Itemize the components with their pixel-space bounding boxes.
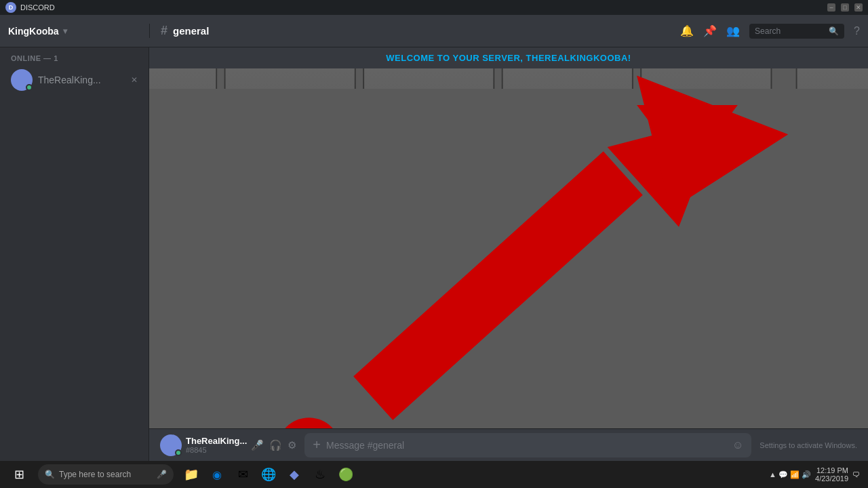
close-icon[interactable]: ✕ <box>131 75 138 85</box>
profile-icons: 🎤 🎧 ⚙ <box>251 439 296 451</box>
input-actions: ☺ <box>732 439 743 451</box>
minimize-button[interactable]: – <box>827 3 835 12</box>
maximize-button[interactable]: □ <box>841 3 849 12</box>
windows-activation-notice: Settings to activate Windows. <box>760 441 857 449</box>
taskbar-app-files[interactable]: 📁 <box>179 462 203 487</box>
status-dot <box>26 84 33 91</box>
taskbar-app-discord[interactable]: ◆ <box>282 462 307 487</box>
keyboard-display: 8 F9 F10 F11 F12 <box>149 68 868 461</box>
welcome-banner: WELCOME TO YOUR SERVER, THEREALKINGKOOBA… <box>149 47 868 68</box>
extra-icon: 🟢 <box>338 467 353 482</box>
taskbar-time: 12:19 PM 4/23/2019 <box>815 466 848 483</box>
question-icon[interactable]: ? <box>854 25 860 37</box>
message-placeholder: Message #general <box>326 440 404 451</box>
profile-name: TheRealKing... <box>186 436 247 446</box>
chrome-icon: 🌐 <box>261 467 276 482</box>
taskbar-apps: 📁 ◉ ✉ 🌐 ◆ ♨ 🟢 <box>179 462 358 487</box>
taskbar-search[interactable]: 🔍 Type here to search 🎤 <box>38 464 174 485</box>
taskbar-app-mail[interactable]: ✉ <box>231 462 255 487</box>
edge-icon: ◉ <box>212 468 222 481</box>
server-name-label: KingKooba <box>8 26 59 37</box>
status-dot <box>175 449 182 456</box>
channel-name-label: general <box>173 25 209 37</box>
title-bar-left: D DISCORD <box>5 2 55 13</box>
taskbar-right: ▲ 💬 📶 🔊 12:19 PM 4/23/2019 🗨 <box>769 466 865 483</box>
user-info: TheRealKing... <box>38 75 101 85</box>
server-name[interactable]: KingKooba ▾ <box>0 26 149 37</box>
deafen-icon[interactable]: 🎧 <box>269 439 282 451</box>
taskbar-app-edge[interactable]: ◉ <box>205 462 229 487</box>
taskbar-app-chrome[interactable]: 🌐 <box>256 462 281 487</box>
avatar <box>160 434 182 456</box>
file-explorer-icon: 📁 <box>184 467 199 482</box>
notification-icon[interactable]: 🗨 <box>852 470 860 479</box>
time-label: 12:19 PM <box>815 466 848 474</box>
taskbar-app-steam[interactable]: ♨ <box>308 462 332 487</box>
title-bar: D DISCORD – □ ✕ <box>0 0 868 15</box>
user-profile: TheRealKing... #8845 🎤 🎧 ⚙ <box>160 434 296 456</box>
channel-header: # general <box>149 24 672 38</box>
pin-icon[interactable]: 📌 <box>703 24 717 37</box>
mail-icon: ✉ <box>238 467 248 482</box>
mute-icon[interactable]: 🎤 <box>251 439 264 451</box>
system-tray-icons: ▲ 💬 📶 🔊 <box>769 470 811 479</box>
members-icon[interactable]: 👥 <box>726 24 740 37</box>
chevron-down-icon: ▾ <box>63 26 67 36</box>
search-bar[interactable]: Search 🔍 <box>749 24 844 39</box>
keyboard-background <box>149 89 868 461</box>
main-content: ONLINE — 1 TheRealKing... ✕ WELCOME TO Y… <box>0 47 868 461</box>
steam-icon: ♨ <box>315 467 326 482</box>
message-input[interactable]: + Message #general ☺ <box>304 433 751 458</box>
windows-taskbar: ⊞ 🔍 Type here to search 🎤 📁 ◉ ✉ 🌐 ◆ ♨ 🟢 … <box>0 461 868 488</box>
search-placeholder: Search <box>755 26 781 36</box>
search-icon: 🔍 <box>45 470 55 479</box>
title-bar-controls: – □ ✕ <box>827 3 863 12</box>
bottom-bar: TheRealKing... #8845 🎤 🎧 ⚙ + Message #ge… <box>149 428 868 461</box>
mic-icon: 🎤 <box>157 470 167 479</box>
discord-icon: ◆ <box>290 467 299 482</box>
close-button[interactable]: ✕ <box>854 3 863 12</box>
header-actions: 🔔 📌 👥 Search 🔍 ? <box>672 24 868 39</box>
date-label: 4/23/2019 <box>815 474 848 483</box>
list-item[interactable]: TheRealKing... ✕ <box>5 66 143 94</box>
search-icon: 🔍 <box>829 26 839 36</box>
settings-text: Settings to activate Windows. <box>760 441 857 449</box>
discord-top-bar: KingKooba ▾ # general 🔔 📌 👥 Search 🔍 ? <box>0 15 868 47</box>
add-icon[interactable]: + <box>313 437 321 453</box>
taskbar-app-extra[interactable]: 🟢 <box>334 462 358 487</box>
user-list: TheRealKing... ✕ <box>0 66 149 94</box>
hash-icon: # <box>161 24 167 38</box>
profile-info: TheRealKing... #8845 <box>186 436 247 454</box>
search-placeholder: Type here to search <box>59 470 131 479</box>
title-bar-title: DISCORD <box>20 3 55 12</box>
discord-logo-icon: D <box>5 2 16 13</box>
chat-area: WELCOME TO YOUR SERVER, THEREALKINGKOOBA… <box>149 47 868 461</box>
avatar <box>11 69 33 91</box>
bell-icon[interactable]: 🔔 <box>680 24 694 37</box>
user-name-label: TheRealKing... <box>38 75 101 85</box>
emoji-icon[interactable]: ☺ <box>732 439 743 451</box>
start-button[interactable]: ⊞ <box>3 461 35 488</box>
sidebar: ONLINE — 1 TheRealKing... ✕ <box>0 47 149 461</box>
online-count-label: ONLINE — 1 <box>0 47 149 66</box>
profile-tag: #8845 <box>186 446 247 454</box>
settings-icon[interactable]: ⚙ <box>288 439 296 451</box>
